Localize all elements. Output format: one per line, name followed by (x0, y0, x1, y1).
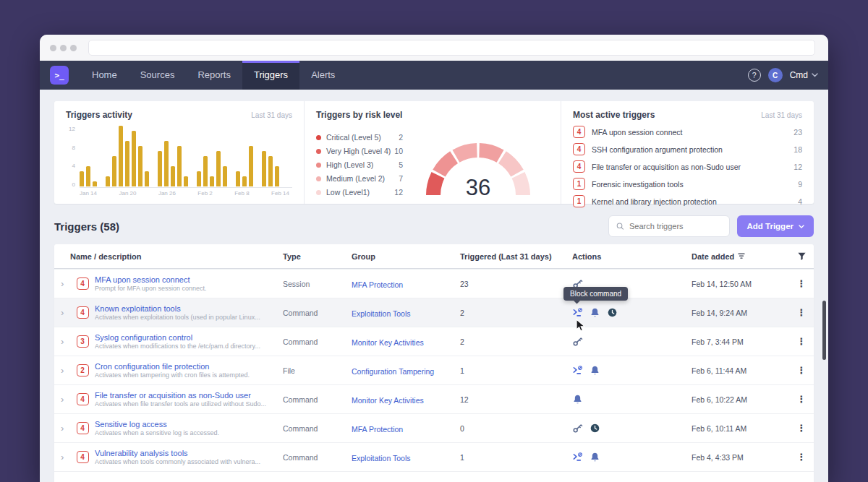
badge-cell: 4 (70, 422, 95, 434)
row-menu-kebab[interactable]: ⋮ (789, 394, 814, 405)
row-menu-kebab[interactable]: ⋮ (789, 423, 814, 434)
row-expand-chevron[interactable]: › (54, 423, 70, 434)
date-added: Feb 7, 3:44 PM (692, 337, 789, 346)
url-bar[interactable] (88, 40, 815, 56)
column-header-group[interactable]: Group (352, 252, 460, 261)
row-expand-chevron[interactable]: › (54, 452, 70, 462)
search-box[interactable] (608, 215, 730, 237)
window-controls[interactable] (50, 45, 77, 51)
account-menu[interactable]: Cmd (790, 70, 818, 80)
row-expand-chevron[interactable]: › (54, 365, 70, 376)
table-row[interactable]: ›4Vulnerability analysis toolsActivates … (54, 442, 814, 471)
trigger-group-link[interactable]: Exploitation Tools (352, 454, 411, 462)
trigger-name-link[interactable]: Sensitive log access (95, 420, 276, 429)
row-menu-kebab[interactable]: ⋮ (789, 336, 814, 347)
table-body: ›4MFA upon session connectPrompt for MFA… (54, 269, 814, 482)
key-icon[interactable] (572, 336, 583, 347)
table-row[interactable]: ›3Syslog configuration controlActivates … (54, 327, 814, 356)
table-row[interactable]: ›2Cron configuration file protectionActi… (54, 356, 814, 384)
trigger-group-link[interactable]: Monitor Key Activities (352, 338, 424, 347)
trigger-group-link[interactable]: MFA Protection (352, 425, 403, 434)
bell-icon[interactable] (590, 452, 600, 462)
activity-bar (249, 146, 253, 186)
trigger-name-link[interactable]: Cron configuration file protection (95, 362, 276, 371)
column-header-triggered[interactable]: Triggered (Last 31 days) (460, 252, 572, 261)
block-command-icon[interactable] (572, 452, 583, 462)
activity-bar (86, 166, 90, 186)
active-trigger-item[interactable]: 4 SSH configuration argument protection … (573, 143, 802, 155)
risk-level-count: 12 (394, 188, 407, 197)
block-command-icon[interactable] (572, 365, 583, 376)
name-cell: Known exploitation toolsActivates when e… (95, 304, 283, 321)
page-title: Triggers (58) (54, 220, 119, 233)
filter-icon[interactable] (789, 251, 814, 261)
app-logo[interactable]: >_ (50, 66, 69, 85)
row-expand-chevron[interactable]: › (54, 278, 70, 289)
risk-level-label: Low (Level1) (326, 188, 370, 197)
active-trigger-item[interactable]: 4 MFA upon session connect 23 (573, 126, 802, 138)
nav-item-home[interactable]: Home (80, 61, 129, 90)
block-command-icon[interactable] (572, 307, 583, 318)
trigger-name-link[interactable]: File transfer or acquisition as non-Sudo… (95, 391, 276, 400)
active-trigger-item[interactable]: 1 Kernel and library injection protectio… (573, 195, 802, 207)
risk-legend: Critical (Level 5) 2 Very High (Level 4)… (316, 133, 407, 197)
browser-window: >_ HomeSourcesReportsTriggersAlerts ? C … (40, 35, 828, 482)
close-window-icon[interactable] (50, 45, 56, 51)
table-row[interactable]: ›4File transfer or acquisition as non-Su… (54, 384, 814, 413)
triggered-count: 12 (460, 395, 572, 404)
risk-level-label: High (Level 3) (326, 160, 373, 169)
clock-icon[interactable] (590, 423, 600, 434)
clock-icon[interactable] (607, 307, 618, 318)
trigger-group-link[interactable]: Monitor Key Activities (352, 396, 424, 405)
risk-level-badge: 1 (573, 195, 585, 207)
nav-item-sources[interactable]: Sources (129, 61, 187, 90)
maximize-window-icon[interactable] (70, 45, 77, 51)
row-expand-chevron[interactable]: › (54, 394, 70, 405)
table-row[interactable]: ›4MFA upon session connectPrompt for MFA… (54, 269, 814, 298)
nav-item-alerts[interactable]: Alerts (299, 61, 346, 90)
group-cell: Monitor Key Activities (352, 335, 460, 348)
row-expand-chevron[interactable]: › (54, 307, 70, 318)
activity-bar (223, 166, 227, 186)
group-cell: Configuration Tampering (352, 364, 460, 377)
trigger-group-link[interactable]: MFA Protection (352, 280, 403, 289)
minimize-window-icon[interactable] (60, 45, 67, 51)
table-row[interactable]: ›4Sensitive log accessActivates when a s… (54, 413, 814, 442)
risk-level-dot (316, 163, 321, 168)
trigger-name-link[interactable]: Syslog configuration control (95, 333, 276, 342)
help-icon[interactable]: ? (748, 69, 761, 82)
search-input[interactable] (629, 222, 722, 231)
nav-item-reports[interactable]: Reports (186, 61, 242, 90)
row-expand-chevron[interactable]: › (54, 336, 70, 347)
row-menu-kebab[interactable]: ⋮ (789, 365, 814, 376)
scrollbar-thumb[interactable] (822, 301, 826, 360)
actions-cell (572, 394, 692, 405)
x-tick-label: Jan 26 (158, 190, 176, 197)
trigger-group-link[interactable]: Exploitation Tools (352, 309, 411, 318)
trigger-name-link[interactable]: MFA upon session connect (95, 275, 276, 284)
table-row[interactable]: ›4Known exploitation toolsActivates when… (54, 298, 814, 327)
bell-icon[interactable] (590, 365, 600, 376)
active-trigger-item[interactable]: 4 File transfer or acquisition as non-Su… (573, 160, 802, 173)
badge-cell: 2 (70, 364, 95, 376)
trigger-name-link[interactable]: Known exploitation tools (95, 304, 276, 313)
column-header-name[interactable]: Name / description (70, 252, 283, 261)
trigger-group-link[interactable]: Configuration Tampering (352, 367, 434, 376)
add-trigger-button[interactable]: Add Trigger (737, 215, 814, 237)
column-header-date-added[interactable]: Date added (692, 252, 789, 261)
active-trigger-item[interactable]: 1 Forensic investigation tools 9 (573, 178, 802, 190)
mouse-cursor (576, 319, 585, 335)
bell-icon[interactable] (572, 394, 583, 405)
row-menu-kebab[interactable]: ⋮ (789, 278, 814, 289)
bell-icon[interactable] (590, 307, 600, 318)
trigger-name-link[interactable]: Vulnerability analysis tools (95, 449, 276, 457)
row-menu-kebab[interactable]: ⋮ (789, 307, 814, 318)
nav-item-triggers[interactable]: Triggers (242, 61, 299, 90)
key-icon[interactable] (572, 423, 583, 434)
column-header-type[interactable]: Type (283, 252, 352, 261)
row-menu-kebab[interactable]: ⋮ (789, 452, 814, 462)
active-trigger-label: MFA upon session connect (592, 128, 683, 137)
triggers-activity-panel: Triggers activity Last 31 days 12840 Jan… (54, 101, 304, 204)
user-avatar[interactable]: C (768, 68, 783, 82)
badge-cell: 3 (70, 335, 95, 348)
